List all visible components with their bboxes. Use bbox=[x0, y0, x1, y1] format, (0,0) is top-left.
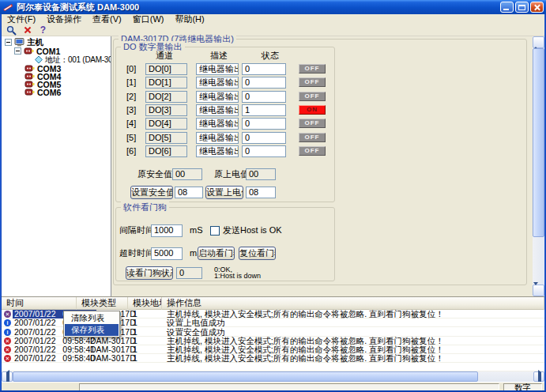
minimize-button[interactable] bbox=[500, 2, 514, 13]
arrow-down-icon bbox=[533, 282, 538, 297]
tree-item-address-001[interactable]: 地址：001 (DAM-3017D) bbox=[35, 55, 111, 64]
status-field[interactable]: 0 bbox=[242, 132, 286, 144]
set-power-value-button[interactable]: 设置上电值 bbox=[205, 186, 243, 199]
log-header-module-type[interactable]: 模块类型 bbox=[77, 297, 128, 310]
set-safe-value-field[interactable]: 08 bbox=[175, 187, 203, 198]
tree-item-com6[interactable]: COM6 bbox=[24, 88, 61, 96]
collapse-icon[interactable] bbox=[5, 39, 12, 46]
status-field[interactable]: 0 bbox=[242, 91, 286, 103]
close-button[interactable] bbox=[530, 2, 544, 13]
app-icon[interactable] bbox=[2, 2, 13, 13]
error-icon: ✕ bbox=[4, 346, 11, 353]
set-power-value-field[interactable]: 08 bbox=[246, 187, 276, 198]
menu-file[interactable]: 文件(F) bbox=[2, 14, 41, 24]
channel-index-label: [5] bbox=[126, 132, 136, 144]
channel-field[interactable]: DO[2] bbox=[145, 91, 187, 103]
device-tree: 主机 COM1 地址：001 (DAM-3017D) COM3 COM4 bbox=[2, 36, 111, 296]
interval-label: 间隔时间 bbox=[119, 224, 154, 236]
do-toggle-button[interactable]: OFF bbox=[299, 119, 326, 128]
log-module-type: DAM-3017D bbox=[90, 354, 136, 363]
status-field[interactable]: 0 bbox=[242, 145, 286, 157]
description-field[interactable]: 继电器输出 bbox=[196, 77, 239, 89]
send-host-checkbox[interactable] bbox=[210, 226, 220, 236]
info-icon: i bbox=[4, 319, 11, 326]
status-field[interactable]: 1 bbox=[242, 104, 286, 116]
start-watchdog-button[interactable]: 启动看门狗 bbox=[198, 247, 235, 260]
watchdog-status-field: 0 bbox=[176, 267, 202, 279]
do-group-title: DO 数字量输出 bbox=[121, 41, 185, 52]
menu-device-ops[interactable]: 设备操作 bbox=[41, 14, 87, 24]
app-window: 阿尔泰设备测试系统 DAM-3000 文件(F) 设备操作 查看(V) 窗口(W… bbox=[0, 0, 546, 392]
do-output-group: DO 数字量输出 通道 描述 状态 [0] DO[0] 继电器输出 0 OFF … bbox=[115, 47, 335, 202]
description-field[interactable]: 继电器输出 bbox=[196, 118, 239, 130]
description-field[interactable]: 继电器输出 bbox=[196, 63, 239, 75]
scroll-up-button[interactable] bbox=[533, 36, 544, 48]
computer-icon bbox=[14, 38, 24, 47]
horizontal-scrollbar[interactable] bbox=[2, 371, 544, 382]
do-toggle-button[interactable]: OFF bbox=[299, 133, 326, 142]
info-icon: i bbox=[4, 329, 11, 336]
channel-field[interactable]: DO[5] bbox=[145, 132, 187, 144]
menu-window[interactable]: 窗口(W) bbox=[127, 14, 170, 24]
do-toggle-button[interactable]: OFF bbox=[299, 77, 326, 87]
description-field[interactable]: 继电器输出 bbox=[196, 91, 239, 103]
status-field[interactable]: 0 bbox=[242, 77, 286, 89]
menu-item-save-list[interactable]: 保存列表 bbox=[65, 324, 119, 336]
description-field[interactable]: 继电器输出 bbox=[196, 145, 239, 157]
channel-index-label: [3] bbox=[126, 104, 136, 116]
do-toggle-button[interactable]: OFF bbox=[299, 92, 326, 101]
channel-field[interactable]: DO[6] bbox=[145, 145, 187, 157]
channel-field[interactable]: DO[3] bbox=[145, 104, 187, 116]
description-field[interactable]: 继电器输出 bbox=[196, 104, 239, 116]
do-toggle-button[interactable]: OFF bbox=[299, 146, 326, 156]
channel-field[interactable]: DO[1] bbox=[145, 77, 187, 89]
log-row[interactable]: ✕ 2007/01/22 09:58:40 DAM-3017D 1 主机掉线, … bbox=[2, 354, 544, 363]
search-icon bbox=[6, 25, 17, 36]
orig-safe-label: 原安全值 bbox=[137, 168, 172, 180]
delete-icon bbox=[24, 26, 32, 34]
channel-index-label: [6] bbox=[126, 145, 136, 157]
menubar: 文件(F) 设备操作 查看(V) 窗口(W) 帮助(H) bbox=[2, 14, 544, 24]
watchdog-hint-line2: 1:Host is down bbox=[214, 273, 261, 279]
scroll-left-button[interactable] bbox=[2, 371, 13, 382]
do-toggle-button[interactable]: OFF bbox=[299, 64, 326, 74]
tree-item-host[interactable]: 主机 bbox=[5, 38, 43, 47]
description-field[interactable]: 继电器输出 bbox=[196, 132, 239, 144]
log-header-info[interactable]: 操作信息 bbox=[162, 297, 544, 310]
timeout-field[interactable]: 5000 bbox=[151, 247, 183, 260]
do-toggle-button[interactable]: ON bbox=[299, 105, 326, 115]
channel-field[interactable]: DO[4] bbox=[145, 118, 187, 130]
reset-watchdog-button[interactable]: 复位看门狗 bbox=[239, 247, 276, 260]
status-field[interactable]: 0 bbox=[242, 63, 286, 75]
vertical-scrollbar[interactable] bbox=[533, 36, 544, 296]
error-icon: ✕ bbox=[4, 311, 11, 318]
channel-index-label: [0] bbox=[126, 63, 136, 75]
main-panel: DAM-3017D (7路继电器输出) DO 数字量输出 通道 描述 状态 [0… bbox=[111, 36, 533, 296]
search-button[interactable] bbox=[5, 24, 18, 36]
log-time: 2007/01/22 09:58:40 bbox=[14, 354, 95, 363]
menu-item-clear-list[interactable]: 清除列表 bbox=[65, 312, 119, 324]
log-info: 设置上电值成功 bbox=[167, 318, 225, 327]
interval-field[interactable]: 1000 bbox=[151, 224, 183, 237]
collapse-icon[interactable] bbox=[14, 47, 21, 55]
read-watchdog-status-button[interactable]: 读看门狗状态 bbox=[126, 266, 173, 280]
channel-field[interactable]: DO[0] bbox=[145, 63, 187, 75]
menu-help[interactable]: 帮助(H) bbox=[169, 14, 209, 24]
window-frame-left bbox=[0, 14, 2, 392]
menu-view[interactable]: 查看(V) bbox=[87, 14, 127, 24]
scroll-right-button[interactable] bbox=[533, 371, 544, 382]
help-button[interactable]: ? bbox=[36, 24, 50, 36]
scroll-down-button[interactable] bbox=[533, 285, 544, 296]
maximize-button[interactable] bbox=[515, 2, 529, 13]
log-module-addr: 1 bbox=[133, 354, 137, 363]
watchdog-group: 软件看门狗 间隔时间 1000 mS 发送Host is OK 超时时间 500… bbox=[115, 207, 335, 281]
log-header-module-addr[interactable]: 模块地址 bbox=[128, 297, 162, 310]
status-field[interactable]: 0 bbox=[242, 118, 286, 130]
vertical-scroll-thumb[interactable] bbox=[533, 48, 544, 237]
send-host-label: 发送Host is OK bbox=[223, 224, 282, 236]
set-safe-value-button[interactable]: 设置安全值 bbox=[130, 186, 173, 199]
delete-button[interactable] bbox=[21, 24, 34, 36]
context-menu: 清除列表 保存列表 bbox=[63, 311, 120, 337]
log-header-time[interactable]: 时间 bbox=[2, 297, 77, 310]
horizontal-scroll-thumb[interactable] bbox=[13, 371, 478, 382]
